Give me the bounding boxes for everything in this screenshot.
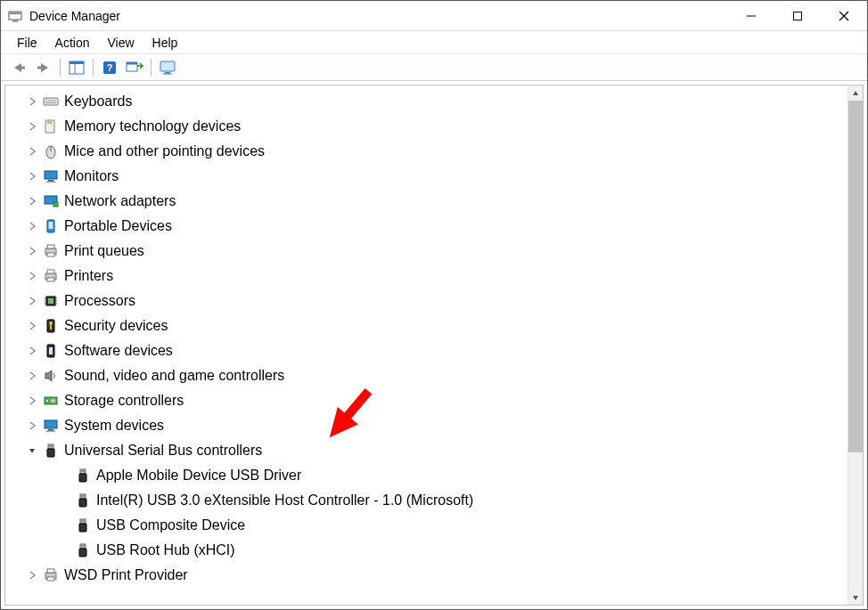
svg-rect-4 (794, 12, 802, 20)
svg-rect-7 (20, 66, 25, 69)
back-button[interactable] (7, 57, 30, 78)
svg-rect-81 (47, 577, 54, 581)
tree-category[interactable]: Sound, video and game controllers (9, 363, 863, 388)
svg-point-54 (46, 400, 48, 402)
tree-category[interactable]: Software devices (9, 338, 863, 363)
chevron-right-icon[interactable] (25, 94, 39, 109)
svg-rect-18 (163, 73, 172, 74)
maximize-button[interactable] (774, 1, 821, 30)
tree-category-label: Network adapters (64, 192, 176, 209)
vertical-scrollbar[interactable] (848, 85, 863, 605)
usb-device-icon (75, 517, 91, 533)
chevron-right-icon[interactable] (25, 144, 39, 159)
chevron-right-icon[interactable] (25, 269, 39, 283)
tree-category[interactable]: Processors (9, 289, 863, 313)
usb-device-icon (75, 492, 91, 508)
scroll-up-button[interactable] (848, 85, 863, 101)
tree-category[interactable]: Monitors (9, 164, 863, 189)
svg-rect-65 (82, 470, 83, 472)
tree-category[interactable]: Security devices (9, 313, 863, 338)
tree-category-label: System devices (64, 417, 164, 434)
tree-children: Apple Mobile Device USB DriverIntel(R) U… (9, 463, 863, 563)
svg-rect-70 (84, 495, 85, 497)
svg-rect-29 (46, 182, 55, 183)
forward-button[interactable] (32, 57, 55, 78)
menu-help[interactable]: Help (143, 34, 187, 52)
tree-category[interactable]: Print queues (9, 239, 863, 264)
client-area: KeyboardsMemory technology devicesMice a… (1, 81, 867, 609)
chevron-right-icon[interactable] (25, 419, 39, 433)
tree-device[interactable]: USB Root Hub (xHCI) (41, 538, 863, 563)
svg-rect-19 (44, 98, 58, 105)
tree-category[interactable]: System devices (9, 413, 863, 438)
svg-rect-35 (47, 245, 54, 248)
svg-rect-41 (48, 298, 53, 304)
scan-hardware-button[interactable] (123, 57, 146, 78)
toolbar-separator (60, 59, 61, 77)
minimize-button[interactable] (728, 1, 774, 30)
tree-category[interactable]: Storage controllers (9, 388, 863, 413)
device-manager-window: Device Manager File Action View Help (0, 0, 868, 610)
display-monitor-button[interactable] (156, 57, 179, 78)
svg-rect-62 (52, 445, 53, 447)
tree-category[interactable]: Keyboards (9, 89, 863, 114)
menubar: File Action View Help (1, 31, 867, 54)
tree-category[interactable]: WSD Print Provider (9, 563, 863, 588)
chevron-right-icon[interactable] (25, 294, 39, 308)
tree-device[interactable]: Intel(R) USB 3.0 eXtensible Host Control… (41, 488, 863, 513)
chevron-down-icon[interactable] (25, 443, 39, 458)
chevron-right-icon[interactable] (25, 194, 39, 208)
toolbar-separator (93, 59, 94, 77)
tree-device-label: USB Composite Device (96, 516, 245, 533)
tree-device-label: USB Root Hub (xHCI) (96, 541, 235, 558)
menu-view[interactable]: View (98, 34, 143, 52)
chevron-right-icon[interactable] (25, 369, 39, 383)
svg-rect-74 (84, 520, 85, 522)
scrollbar-thumb[interactable] (848, 101, 863, 452)
portable-device-icon (43, 218, 59, 234)
svg-rect-28 (48, 180, 53, 182)
scroll-down-button[interactable] (848, 590, 863, 605)
tree-device[interactable]: Apple Mobile Device USB Driver (41, 463, 863, 488)
help-button[interactable]: ? (98, 57, 121, 78)
chevron-right-icon[interactable] (25, 119, 39, 134)
tree-category[interactable]: Portable Devices (9, 214, 863, 239)
tree-device[interactable]: USB Composite Device (41, 513, 863, 538)
tree-category-label: Security devices (64, 317, 168, 334)
menu-file[interactable]: File (8, 34, 46, 52)
chevron-right-icon[interactable] (25, 319, 39, 333)
properties-pane-button[interactable] (65, 57, 88, 78)
chevron-right-icon[interactable] (25, 568, 39, 582)
svg-rect-56 (45, 420, 57, 428)
svg-rect-15 (127, 62, 137, 65)
svg-rect-27 (45, 171, 57, 179)
tree-category[interactable]: Universal Serial Bus controllers (9, 438, 863, 463)
close-button[interactable] (821, 1, 867, 30)
usb-device-icon (75, 542, 91, 558)
chevron-right-icon[interactable] (25, 394, 39, 408)
tree-indent (57, 468, 71, 483)
svg-rect-39 (47, 278, 54, 281)
chevron-right-icon[interactable] (25, 344, 39, 358)
storage-controller-icon (43, 393, 59, 409)
device-tree[interactable]: KeyboardsMemory technology devicesMice a… (5, 85, 863, 605)
titlebar: Device Manager (1, 1, 867, 31)
tree-indent (57, 493, 71, 508)
printer-icon (43, 268, 59, 284)
svg-rect-24 (50, 121, 52, 124)
svg-rect-71 (80, 519, 86, 524)
chevron-right-icon[interactable] (25, 244, 39, 258)
menu-action[interactable]: Action (46, 34, 99, 52)
svg-rect-2 (12, 20, 18, 22)
chevron-right-icon[interactable] (25, 219, 39, 233)
svg-rect-67 (80, 494, 86, 499)
tree-category[interactable]: Network adapters (9, 189, 863, 214)
tree-category[interactable]: Printers (9, 264, 863, 289)
tree-category-label: WSD Print Provider (64, 566, 188, 583)
usb-device-icon (75, 468, 91, 484)
tree-category[interactable]: Memory technology devices (9, 114, 863, 139)
chevron-right-icon[interactable] (25, 169, 39, 183)
tree-device-label: Apple Mobile Device USB Driver (96, 467, 301, 484)
tree-category-label: Universal Serial Bus controllers (64, 442, 262, 459)
tree-category[interactable]: Mice and other pointing devices (9, 139, 863, 164)
